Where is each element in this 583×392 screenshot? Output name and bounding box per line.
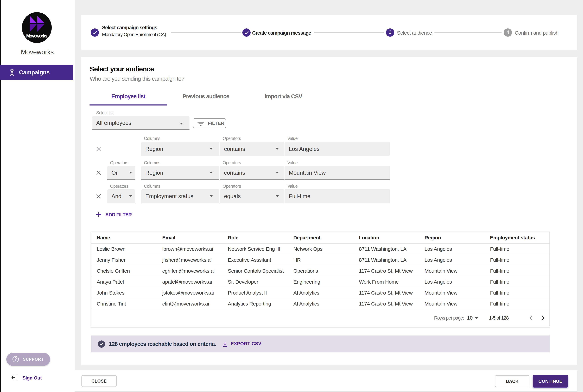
svg-text:Moveworks: Moveworks xyxy=(26,34,47,38)
